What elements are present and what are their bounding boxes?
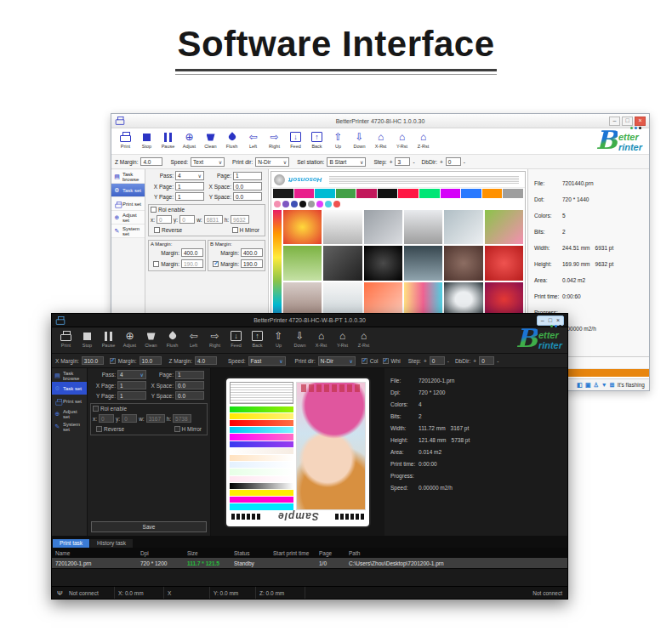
sidebar-item-system-set[interactable]: ✎ System set	[52, 420, 87, 433]
y-space-input[interactable]: 0.0	[233, 192, 262, 201]
dbdir-input[interactable]: 0	[446, 157, 461, 166]
minimize-button[interactable]: –	[609, 117, 620, 126]
toolbar-button-adjust[interactable]: ⊕ Adjust	[119, 330, 140, 348]
sidebar-item-print-set[interactable]: Print set	[52, 395, 87, 407]
roi-w-input[interactable]: 6831	[204, 215, 223, 224]
step-plus-button[interactable]: +	[424, 358, 427, 364]
b-margin2-input[interactable]: 190.0	[241, 259, 263, 268]
roi-y-input[interactable]: 0	[179, 215, 195, 224]
toolbar-button-pause[interactable]: Pause	[157, 131, 179, 149]
toolbar-button-yrst[interactable]: ⌂ Y-Rst	[391, 131, 413, 149]
step-input[interactable]: 3	[395, 157, 410, 166]
sidebar-item-adjust-set[interactable]: ⊕ Adjust set	[52, 407, 87, 420]
toolbar-button-flush[interactable]: Flush	[162, 330, 183, 348]
col-checkbox[interactable]	[362, 358, 367, 364]
roi-y-input[interactable]: 0	[122, 414, 137, 423]
column-header-2[interactable]: Size	[187, 550, 234, 556]
toolbar-button-flush[interactable]: Flush	[221, 131, 242, 149]
toolbar-button-stop[interactable]: Stop	[77, 330, 98, 348]
b-margin2-checkbox[interactable]	[213, 261, 219, 267]
toolbar-button-adjust[interactable]: ⊕ Adjust	[179, 131, 200, 149]
toolbar-button-left[interactable]: ⇦ Left	[242, 131, 264, 149]
minimize-button[interactable]: –	[541, 317, 544, 323]
toolbar-button-clean[interactable]: Clean	[200, 131, 221, 149]
step-minus-button[interactable]: -	[413, 159, 414, 165]
toolbar-button-down[interactable]: ⇩ Down	[289, 330, 310, 348]
roi-w-input[interactable]: 3167	[146, 414, 165, 423]
roi-h-input[interactable]: 5738	[173, 414, 191, 423]
sidebar-item-task-set[interactable]: ⚙ Task set	[52, 382, 87, 395]
a-margin2-checkbox[interactable]	[153, 261, 159, 267]
tab-print-task[interactable]: Print task	[53, 539, 89, 548]
sidebar-item-task-browse[interactable]: ▤ Task browse	[111, 170, 145, 184]
print-dir-select[interactable]: N-Dir∨	[318, 356, 356, 366]
a-margin2-input[interactable]: 190.0	[181, 259, 203, 268]
dbdir-plus-button[interactable]: +	[440, 159, 443, 165]
step-plus-button[interactable]: +	[390, 159, 393, 165]
h-mirror-checkbox[interactable]	[232, 227, 238, 233]
dbdir-input[interactable]: 0	[479, 356, 494, 365]
toolbar-button-print[interactable]: Print	[115, 131, 136, 149]
x-margin-input[interactable]: 310.0	[82, 356, 104, 365]
roi-enable-checkbox[interactable]	[151, 207, 157, 213]
maximize-button[interactable]: □	[622, 117, 633, 126]
column-header-0[interactable]: Name	[55, 550, 140, 556]
tab-history-task[interactable]: History task	[90, 539, 133, 548]
toolbar-button-back[interactable]: ↑ Back	[247, 330, 268, 348]
page-input[interactable]: 1	[233, 172, 262, 180]
h-mirror-checkbox[interactable]	[174, 426, 180, 432]
y-page-input[interactable]: 1	[175, 192, 204, 201]
toolbar-button-pause[interactable]: Pause	[98, 330, 119, 348]
y-page-input[interactable]: 1	[117, 391, 146, 400]
column-header-1[interactable]: Dpi	[140, 550, 187, 556]
dbdir-minus-button[interactable]: -	[464, 159, 465, 165]
roi-x-input[interactable]: 0	[99, 414, 114, 423]
y-space-input[interactable]: 0.0	[175, 391, 204, 400]
whi-checkbox[interactable]	[383, 358, 389, 364]
toolbar-button-clean[interactable]: Clean	[140, 330, 162, 348]
margin-input[interactable]: 10.0	[140, 356, 162, 365]
margin-checkbox[interactable]	[110, 358, 116, 364]
column-header-3[interactable]: Status	[234, 550, 273, 556]
toolbar-button-feed[interactable]: ↓ Feed	[285, 131, 306, 149]
x-space-input[interactable]: 0.0	[175, 381, 204, 389]
sidebar-item-adjust-set[interactable]: ⊕ Adjust set	[111, 211, 145, 225]
toolbar-button-zrst[interactable]: ⌂ Z-Rst	[413, 131, 434, 149]
reverse-checkbox[interactable]	[96, 426, 102, 432]
toolbar-button-xrst[interactable]: ⌂ X-Rst	[370, 131, 391, 149]
column-header-5[interactable]: Page	[319, 550, 349, 556]
page-input[interactable]: 1	[175, 371, 204, 379]
toolbar-button-right[interactable]: ⇨ Right	[264, 131, 285, 149]
toolbar-button-down[interactable]: ⇩ Down	[349, 131, 370, 149]
reverse-checkbox[interactable]	[154, 227, 160, 233]
toolbar-button-zrst[interactable]: ⌂ Z-Rst	[353, 330, 374, 348]
sidebar-item-task-set[interactable]: ⚙ Task set	[111, 184, 145, 197]
z-margin-input[interactable]: 4.0	[195, 356, 217, 365]
step-minus-button[interactable]: -	[447, 358, 449, 364]
toolbar-button-stop[interactable]: Stop	[136, 131, 157, 149]
toolbar-button-print[interactable]: Print	[55, 330, 77, 348]
sel-station-select[interactable]: B Start∨	[327, 157, 366, 167]
close-button[interactable]: ×	[635, 117, 646, 126]
a-margin1-input[interactable]: 400.0	[181, 248, 203, 257]
pass-select[interactable]: 4∨	[175, 171, 204, 180]
toolbar-button-right[interactable]: ⇨ Right	[204, 330, 225, 348]
toolbar-button-left[interactable]: ⇦ Left	[183, 330, 204, 348]
column-header-4[interactable]: Start print time	[273, 550, 319, 556]
roi-enable-checkbox[interactable]	[93, 406, 99, 412]
dbdir-minus-button[interactable]: -	[497, 358, 498, 364]
sidebar-item-task-browse[interactable]: ▤ Task browse	[52, 369, 87, 382]
toolbar-button-back[interactable]: ↑ Back	[306, 131, 327, 149]
toolbar-button-up[interactable]: ⇧ Up	[268, 330, 289, 348]
toolbar-button-feed[interactable]: ↓ Feed	[225, 330, 247, 348]
z-margin-input[interactable]: 4.0	[140, 157, 162, 166]
toolbar-button-yrst[interactable]: ⌂ Y-Rst	[332, 330, 353, 348]
x-page-input[interactable]: 1	[175, 182, 204, 190]
task-table-row[interactable]: 7201200-1.prn720 * 1200111.7 * 121.5Stan…	[52, 558, 567, 568]
print-dir-select[interactable]: N-Dir∨	[255, 157, 289, 167]
toolbar-button-up[interactable]: ⇧ Up	[327, 131, 349, 149]
b-margin1-input[interactable]: 400.0	[241, 248, 263, 257]
sidebar-item-print-set[interactable]: Print set	[111, 197, 145, 211]
step-input[interactable]: 0	[430, 356, 445, 365]
save-button[interactable]: Save	[91, 521, 207, 532]
